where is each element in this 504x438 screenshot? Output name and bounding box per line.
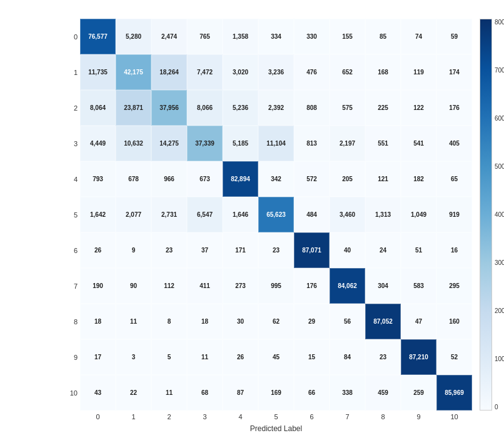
matrix-cell: 5,280 — [116, 19, 151, 54]
matrix-row: 34,44910,63214,27537,3395,18511,1048132,… — [63, 126, 472, 161]
matrix-cell: 121 — [365, 161, 401, 197]
matrix-cell: 26 — [80, 232, 116, 268]
matrix-cell: 342 — [258, 161, 294, 197]
matrix-cell: 572 — [294, 161, 330, 197]
matrix-cell: 59 — [436, 19, 472, 54]
matrix-cell: 652 — [330, 54, 365, 90]
matrix-row: 51,6422,0772,7316,5471,64665,6234843,460… — [63, 197, 472, 232]
col-label: 7 — [330, 413, 365, 421]
matrix-cell: 87,071 — [294, 232, 330, 268]
matrix-cell: 87 — [223, 375, 258, 411]
row-label: 9 — [63, 354, 80, 361]
matrix-cell: 23 — [151, 232, 187, 268]
matrix-cell: 8,066 — [187, 90, 223, 126]
matrix-cell: 1,358 — [223, 19, 258, 54]
matrix-cell: 112 — [151, 268, 187, 304]
matrix-cell: 295 — [436, 268, 472, 304]
matrix-cell: 15 — [294, 339, 330, 375]
matrix-cell: 23 — [365, 339, 401, 375]
matrix-area: 076,5775,2802,4747651,358334330155857459… — [63, 19, 472, 433]
matrix-cell: 8,064 — [80, 90, 116, 126]
colorbar-label: 20000 — [495, 307, 504, 314]
col-label: 1 — [116, 413, 151, 421]
matrix-cell: 476 — [294, 54, 330, 90]
matrix-cell: 14,275 — [151, 126, 187, 161]
matrix-row: 626923371712387,07140245116 — [63, 232, 472, 268]
matrix-cell: 85 — [365, 19, 401, 54]
x-axis-title: Predicted Label — [80, 424, 472, 433]
colorbar-label: 50000 — [495, 163, 504, 170]
matrix-cell: 23 — [258, 232, 294, 268]
matrix-cell: 205 — [330, 161, 365, 197]
matrix-cell: 16 — [436, 232, 472, 268]
row-label: 8 — [63, 318, 80, 326]
matrix-cell: 30 — [223, 304, 258, 339]
matrix-cell: 90 — [116, 268, 151, 304]
matrix-row: 111,73542,17518,2647,4723,0203,236476652… — [63, 54, 472, 90]
matrix-cell: 793 — [80, 161, 116, 197]
matrix-cell: 1,313 — [365, 197, 401, 232]
matrix-cell: 37,956 — [151, 90, 187, 126]
matrix-cell: 1,642 — [80, 197, 116, 232]
matrix-cell: 225 — [365, 90, 401, 126]
matrix-cell: 484 — [294, 197, 330, 232]
matrix-cell: 765 — [187, 19, 223, 54]
colorbar-labels: 8000070000600005000040000300002000010000… — [495, 19, 504, 411]
col-label: 8 — [365, 413, 401, 421]
matrix-cell: 45 — [258, 339, 294, 375]
matrix-cell: 3,236 — [258, 54, 294, 90]
matrix-cell: 10,632 — [116, 126, 151, 161]
col-label: 4 — [223, 413, 258, 421]
matrix-cell: 6,547 — [187, 197, 223, 232]
col-label: 2 — [151, 413, 187, 421]
matrix-cell: 259 — [401, 375, 436, 411]
matrix-cell: 3,020 — [223, 54, 258, 90]
colorbar-label: 30000 — [495, 259, 504, 266]
matrix-cell: 17 — [80, 339, 116, 375]
matrix-cell: 2,197 — [330, 126, 365, 161]
matrix-cell: 51 — [401, 232, 436, 268]
matrix-cell: 190 — [80, 268, 116, 304]
matrix-cell: 330 — [294, 19, 330, 54]
col-label: 9 — [401, 413, 436, 421]
matrix-cell: 678 — [116, 161, 151, 197]
row-label: 10 — [63, 389, 80, 397]
row-label: 1 — [63, 69, 80, 76]
row-label: 7 — [63, 282, 80, 290]
colorbar — [480, 19, 492, 411]
col-label: 0 — [80, 413, 116, 421]
matrix-cell: 2,474 — [151, 19, 187, 54]
matrix-cell: 43 — [80, 375, 116, 411]
row-label: 5 — [63, 211, 80, 219]
matrix-cell: 2,392 — [258, 90, 294, 126]
matrix-cell: 338 — [330, 375, 365, 411]
matrix-cell: 47 — [401, 304, 436, 339]
matrix-cell: 76,577 — [80, 19, 116, 54]
matrix-cell: 65 — [436, 161, 472, 197]
row-label: 6 — [63, 247, 80, 254]
matrix-cell: 334 — [258, 19, 294, 54]
matrix-cell: 26 — [223, 339, 258, 375]
col-label: 3 — [187, 413, 223, 421]
colorbar-label: 10000 — [495, 356, 504, 362]
matrix-cell: 171 — [223, 232, 258, 268]
matrix-cell: 22 — [116, 375, 151, 411]
matrix-cell: 84 — [330, 339, 365, 375]
matrix-cell: 37 — [187, 232, 223, 268]
matrix-cell: 84,062 — [330, 268, 365, 304]
matrix-cell: 4,449 — [80, 126, 116, 161]
matrix-cell: 7,472 — [187, 54, 223, 90]
matrix-row: 71909011241127399517684,062304583295 — [63, 268, 472, 304]
matrix-cell: 3 — [116, 339, 151, 375]
matrix-cell: 29 — [294, 304, 330, 339]
matrix-cell: 82,894 — [223, 161, 258, 197]
matrix-cell: 52 — [436, 339, 472, 375]
matrix-cell: 541 — [401, 126, 436, 161]
matrix-cell: 11 — [116, 304, 151, 339]
matrix-cell: 66 — [294, 375, 330, 411]
col-labels-row: 012345678910 — [63, 413, 472, 421]
colorbar-label: 60000 — [495, 115, 504, 122]
matrix-row: 28,06423,87137,9568,0665,2362,3928085752… — [63, 90, 472, 126]
matrix-row: 818118183062295687,05247160 — [63, 304, 472, 339]
matrix-cell: 40 — [330, 232, 365, 268]
